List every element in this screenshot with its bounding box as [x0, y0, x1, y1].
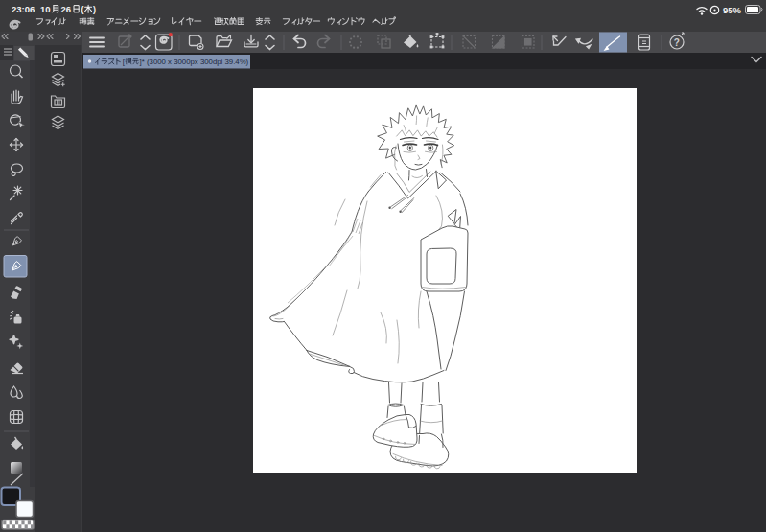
- svg-text:]* (3000 x 3000px 300dpi 39.4%: ]* (3000 x 3000px 300dpi 39.4%): [140, 58, 249, 66]
